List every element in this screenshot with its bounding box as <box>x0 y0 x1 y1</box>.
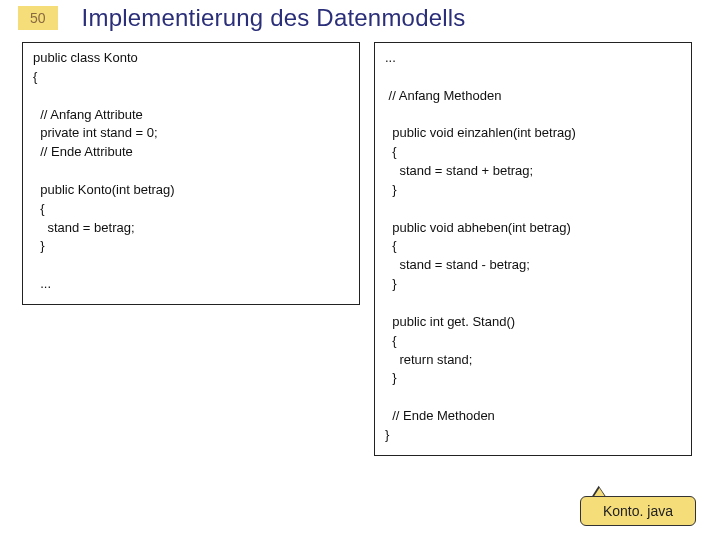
code-box-right: ... // Anfang Methoden public void einza… <box>374 42 692 456</box>
page-number: 50 <box>18 6 58 30</box>
code-boxes-row: public class Konto { // Anfang Attribute… <box>0 38 720 456</box>
slide-title: Implementierung des Datenmodells <box>82 4 466 32</box>
slide-header: 50 Implementierung des Datenmodells <box>0 0 720 38</box>
filename-callout: Konto. java <box>580 496 696 526</box>
code-box-left: public class Konto { // Anfang Attribute… <box>22 42 360 305</box>
